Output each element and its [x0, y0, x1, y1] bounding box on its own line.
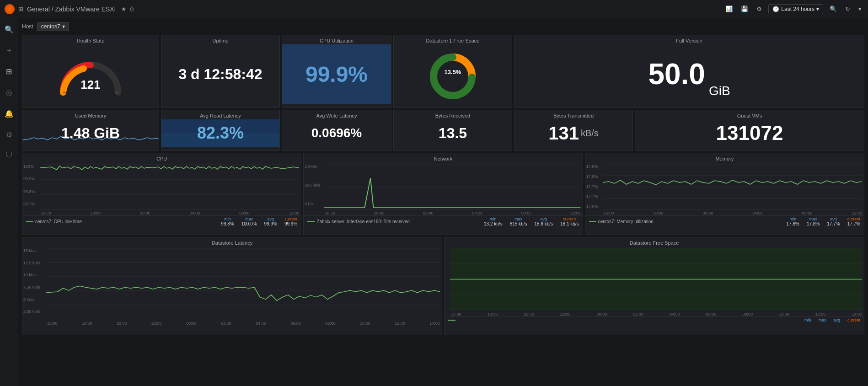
- dsl-x-6: 04:00: [256, 321, 266, 326]
- panel-guest-vms: Guest VMs 131072: [635, 110, 864, 151]
- mem-avg-val: 17.7%: [827, 221, 840, 226]
- cpu-util-value: 99.9%: [305, 62, 368, 87]
- net-avg-val: 18.8 kb/s: [534, 221, 553, 226]
- dsf-x-8: 08:00: [742, 312, 753, 316]
- dsf-x-0: 16:00: [451, 312, 461, 316]
- net-legend-dot: [307, 221, 315, 222]
- dsf-x-3: 22:00: [560, 312, 571, 316]
- mem-current-label: current: [847, 217, 860, 221]
- cpu-current-val: 99.9%: [284, 221, 297, 226]
- datastore-donut-svg: 13.5%: [423, 49, 482, 99]
- cpu-y-label-2: 99.8%: [23, 189, 35, 194]
- avg-read-container: 82.3%: [161, 119, 279, 147]
- cpu-legend: centos7: CPU idle time min 99.8% max 100…: [22, 215, 301, 227]
- dsl-x-9: 10:00: [360, 321, 370, 326]
- avg-write-value: 0.0696%: [311, 126, 362, 140]
- dsf-avg-label: avg: [833, 318, 840, 322]
- star-icon[interactable]: ★: [121, 6, 126, 12]
- full-version-container: 50.0 GiB: [514, 44, 864, 104]
- cpu-max-val: 100.0%: [241, 221, 257, 226]
- cpu-max-label: max: [245, 217, 253, 221]
- host-label: Host: [22, 23, 33, 30]
- panel-datastore-free: Datastore 1 Free Space 13.5%: [393, 35, 512, 108]
- sidebar-icon-grid[interactable]: ⊞: [2, 64, 16, 79]
- row3: CPU 100% 99.9% 99.8% 99.7%: [22, 153, 864, 235]
- dsf-x-10: 12:00: [815, 312, 826, 316]
- mem-max-val: 17.8%: [807, 221, 820, 226]
- cpu-legend-label: centos7: CPU idle time: [35, 219, 82, 224]
- refresh-icon[interactable]: ↻: [843, 5, 852, 13]
- panel-datastore-free-space: Datastore Free Space: [444, 237, 864, 335]
- sidebar-icon-search[interactable]: 🔍: [2, 22, 16, 37]
- settings-icon[interactable]: ⚙: [755, 5, 764, 13]
- dsl-y-1: 12.5 kb/s: [23, 261, 40, 265]
- add-panel-icon[interactable]: 📊: [723, 5, 734, 13]
- time-range-button[interactable]: 🕐 Last 24 hours ▾: [768, 4, 823, 14]
- avg-read-title: Avg Read Latency: [161, 110, 279, 119]
- dsf-current-label: current: [847, 318, 860, 322]
- share-icon[interactable]: ⎙: [130, 5, 134, 12]
- dsf-max-label: max: [818, 318, 826, 322]
- cpu-y-label-3: 99.7%: [23, 202, 35, 206]
- panel-health-state: Health State: [22, 35, 159, 108]
- panel-memory-chart: Memory 17.8% 17.8% 17.7% 17.7% 17.6%: [585, 153, 864, 235]
- dsf-x-11: 14:00: [852, 312, 862, 316]
- dsf-x-7: 06:00: [706, 312, 717, 316]
- panel-bytes-recv: Bytes Received 13.5: [393, 110, 512, 151]
- health-gauge-svg: 121: [54, 47, 127, 102]
- guest-vms-title: Guest VMs: [635, 110, 864, 119]
- ds-latency-svg: [46, 248, 440, 319]
- sidebar-icon-bell[interactable]: 🔔: [2, 106, 16, 121]
- net-y-2: 0 b/s: [305, 202, 320, 206]
- net-current-val: 18.1 kb/s: [560, 221, 579, 226]
- left-sidebar: 🔍 ＋ ⊞ ◎ 🔔 ⚙ 🛡: [0, 18, 18, 386]
- panel-full-version: Full Version 50.0 GiB: [514, 35, 864, 108]
- panel-avg-write: Avg Write Latency 0.0696%: [282, 110, 391, 151]
- dsl-x-8: 08:00: [325, 321, 336, 326]
- dsf-x-5: 02:00: [633, 312, 643, 316]
- full-version-title: Full Version: [514, 35, 864, 44]
- mem-min-label: min: [789, 217, 796, 221]
- bytes-tx-unit: kB/s: [581, 128, 599, 139]
- dsl-x-2: 20:00: [117, 321, 127, 326]
- dsl-x-7: 06:00: [290, 321, 301, 326]
- full-version-unit: GiB: [709, 84, 730, 104]
- sidebar-icon-shield[interactable]: 🛡: [2, 148, 16, 163]
- panel-uptime: Uptime 3 d 12:58:42: [161, 35, 280, 108]
- breadcrumb: General / Zabbix VMware ESXi: [27, 5, 116, 13]
- ds-free-space-title: Datastore Free Space: [445, 237, 864, 247]
- net-legend-label: Zabbix server: Interface ens160: Bits re…: [316, 219, 409, 224]
- cpu-y-label-1: 99.9%: [23, 177, 35, 181]
- save-icon[interactable]: 💾: [739, 5, 750, 13]
- dsf-x-4: 00:00: [597, 312, 607, 316]
- sidebar-icon-compass[interactable]: ◎: [2, 85, 16, 100]
- mem-legend-label: centos7: Memory utilization: [598, 219, 654, 224]
- net-min-val: 13.2 kb/s: [484, 221, 503, 226]
- dsf-x-9: 10:00: [779, 312, 789, 316]
- panel-used-memory: Used Memory 1.48 GiB: [22, 110, 159, 151]
- avg-write-title: Avg Write Latency: [282, 110, 391, 119]
- used-memory-container: 1.48 GiB: [22, 119, 159, 147]
- mem-current-val: 17.7%: [847, 221, 860, 226]
- panel-cpu-util: CPU Utilization 99.9%: [282, 35, 391, 108]
- cpu-chart-svg: [40, 164, 299, 210]
- cpu-y-label-0: 100%: [23, 164, 35, 169]
- topbar-actions: 📊 💾 ⚙ 🕐 Last 24 hours ▾ 🔍 ↻ ▾: [723, 4, 863, 14]
- host-dropdown[interactable]: centos7 ▾: [37, 22, 69, 31]
- dsf-x-2: 20:00: [524, 312, 534, 316]
- refresh-dropdown-icon[interactable]: ▾: [857, 5, 863, 13]
- cpu-util-title: CPU Utilization: [282, 35, 391, 44]
- cpu-current-label: current: [284, 217, 297, 221]
- ds-free-space-svg: [450, 248, 862, 310]
- mem-avg-label: avg: [830, 217, 837, 221]
- dsl-x-3: 22:00: [151, 321, 162, 326]
- dashboard: Health State: [22, 35, 864, 335]
- row2: Used Memory 1.48 GiB Avg Read Latency 82…: [22, 110, 864, 151]
- used-memory-title: Used Memory: [22, 110, 159, 119]
- zoom-out-icon[interactable]: 🔍: [828, 5, 839, 13]
- dsl-x-0: 16:00: [47, 321, 58, 326]
- used-memory-value: 1.48 GiB: [61, 125, 120, 142]
- guest-vms-value: 131072: [716, 122, 783, 145]
- sidebar-icon-add[interactable]: ＋: [2, 43, 16, 58]
- sidebar-icon-gear[interactable]: ⚙: [2, 127, 16, 142]
